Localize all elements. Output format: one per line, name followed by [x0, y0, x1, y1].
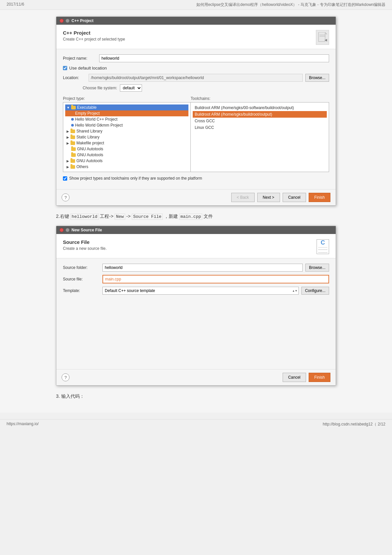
checkbox-bottom-row[interactable]: Show project types and toolchains only i… — [63, 176, 329, 181]
dialog1-title: C++ Project — [71, 18, 94, 23]
tree-executable[interactable]: ▼ Executable — [65, 104, 188, 110]
cancel-button-2[interactable]: Cancel — [283, 373, 306, 382]
header-date: 2017/11/6 — [7, 2, 24, 8]
footer-left-1: ? — [62, 193, 70, 201]
footer-left: https://maxiang.io/ — [7, 422, 39, 427]
header-title: 如何用eclipse交叉编译出demo程序（helloworld/videoX）… — [196, 2, 385, 8]
footer-right: http://blog.csdn.net/abedg12（ 2/12 — [323, 422, 385, 427]
dialog1-header-icon — [316, 30, 329, 45]
tree-hello-world-gtkmm[interactable]: Hello World Gtkmm Project — [65, 122, 188, 128]
filesystem-label: Choose file system: — [83, 86, 117, 90]
dialog1-header-left: C++ Project Create C++ project of select… — [63, 30, 125, 42]
bullet-hello-world-gtkmm — [71, 124, 74, 127]
tree-makefile[interactable]: ▶ Makefile project — [65, 140, 188, 146]
dialog1-subheading: Create C++ project of selected type — [63, 37, 125, 42]
annotation-code3: Source File — [132, 214, 163, 220]
tree-item-label: Hello World Gtkmm Project — [75, 123, 123, 128]
toolchain-buildroot-arm-2[interactable]: Buildroot ARM (/home/sgks/buildroot/outp… — [193, 111, 327, 118]
annotation-code4: main.cpp — [179, 214, 202, 220]
source-file-label: Source file: — [63, 277, 102, 281]
project-name-label: Project name: — [63, 56, 99, 61]
tree-item-label: GNU Autotools — [77, 153, 103, 157]
tree-item-label: Hello World C++ Project — [75, 117, 118, 122]
bullet-hello-world-cpp — [71, 118, 74, 121]
tree-empty-project[interactable]: Empty Project — [65, 110, 188, 116]
tree-static-lib[interactable]: ▶ Static Library — [65, 134, 188, 140]
template-row: Template: Default C++ source template ▲▼… — [63, 287, 329, 295]
project-type-label: Project type: — [63, 96, 191, 101]
expand-arrow-shared: ▶ — [67, 130, 69, 133]
folder-icon-executable — [71, 106, 76, 109]
help-button-1[interactable]: ? — [62, 193, 70, 201]
help-button-2[interactable]: ? — [62, 373, 70, 381]
dialog2-spacer — [63, 298, 329, 364]
template-select[interactable]: Default C++ source template — [102, 287, 299, 295]
expand-arrow-others: ▶ — [67, 165, 69, 169]
dialog2-header-left: Source File Create a new source file. — [63, 239, 107, 251]
source-folder-label: Source folder: — [63, 265, 102, 270]
footer-left-2: ? — [62, 373, 70, 381]
browse-button-2[interactable]: Browse... — [305, 264, 329, 272]
back-button-1[interactable]: < Back — [231, 193, 255, 202]
tree-item-label: Others — [76, 164, 88, 169]
expand-arrow-executable: ▼ — [67, 106, 70, 109]
close-button-2[interactable] — [60, 228, 64, 232]
page-footer: https://maxiang.io/ http://blog.csdn.net… — [0, 419, 392, 429]
project-type-panel: ▼ Executable Empty Project Hello World C… — [63, 102, 191, 172]
use-default-row[interactable]: Use default location — [63, 66, 329, 71]
expand-arrow-static: ▶ — [67, 135, 69, 139]
dialog1-header: C++ Project Create C++ project of select… — [56, 25, 336, 49]
project-name-row: Project name: — [63, 54, 329, 62]
show-supported-checkbox[interactable] — [63, 176, 67, 181]
dialog1-body: Project name: Use default location Locat… — [56, 49, 336, 189]
next-button-1[interactable]: Next > — [257, 193, 280, 202]
close-button[interactable] — [60, 19, 64, 23]
tree-gnu-autotools-2[interactable]: GNU Autotools — [65, 152, 188, 158]
location-input[interactable] — [89, 74, 303, 82]
tree-hello-world-cpp[interactable]: Hello World C++ Project — [65, 116, 188, 122]
configure-button[interactable]: Configure... — [301, 287, 329, 295]
dialog1-heading: C++ Project — [63, 30, 125, 36]
dialog2-title: New Source File — [71, 228, 102, 232]
finish-button-2[interactable]: Finish — [309, 373, 330, 382]
tree-item-label: GNU Autotools — [77, 147, 103, 151]
cancel-button-1[interactable]: Cancel — [283, 193, 306, 202]
folder-icon-shared — [70, 130, 75, 133]
dialog1-footer: ? < Back Next > Cancel Finish — [56, 189, 336, 205]
dialog1-titlebar: C++ Project — [56, 17, 336, 25]
tree-gnu-autotools-1[interactable]: GNU Autotools — [65, 146, 188, 152]
expand-arrow-makefile: ▶ — [67, 141, 69, 145]
annotation-text: 2.右键 helloworld 工程-> New -> Source File … — [56, 212, 336, 220]
finish-button-1[interactable]: Finish — [309, 193, 330, 202]
footer-right-1: < Back Next > Cancel Finish — [231, 193, 330, 202]
tree-item-label: Executable — [77, 105, 97, 110]
use-default-checkbox[interactable] — [63, 66, 67, 70]
tree-shared-lib[interactable]: ▶ Shared Library — [65, 128, 188, 134]
footer-right-2: Cancel Finish — [283, 373, 330, 382]
tree-item-label: Makefile project — [76, 141, 104, 145]
toolchain-cross-gcc[interactable]: Cross GCC — [193, 118, 327, 124]
source-file-row: Source file: — [63, 275, 329, 283]
bullet-empty-project — [71, 112, 74, 115]
new-source-file-dialog: New Source File Source File Create a new… — [56, 226, 336, 386]
tree-gnu-autotools-3[interactable]: ▶ GNU Autotools — [65, 158, 188, 164]
tree-others[interactable]: ▶ Others — [65, 164, 188, 170]
minimize-button-2[interactable] — [66, 228, 70, 232]
folder-icon-static — [70, 135, 75, 139]
svg-rect-0 — [319, 32, 325, 42]
project-name-input[interactable] — [99, 54, 329, 62]
filesystem-select[interactable]: default — [120, 84, 142, 92]
source-file-input[interactable] — [102, 275, 329, 283]
dialog2-header: Source File Create a new source file. C … — [56, 234, 336, 258]
dialog2-subheading: Create a new source file. — [63, 246, 107, 251]
tree-item-label: Static Library — [76, 135, 99, 139]
toolchains-panel: Buildroot ARM (/home/sgks/00-software/bu… — [191, 102, 329, 172]
toolchain-linux-gcc[interactable]: Linux GCC — [193, 124, 327, 131]
browse-button-1[interactable]: Browse... — [305, 74, 329, 82]
show-supported-label: Show project types and toolchains only i… — [69, 176, 202, 181]
source-folder-input[interactable] — [102, 264, 303, 272]
minimize-button[interactable] — [66, 19, 70, 23]
toolchain-buildroot-arm-1[interactable]: Buildroot ARM (/home/sgks/00-software/bu… — [193, 104, 327, 111]
folder-icon-makefile — [70, 141, 75, 145]
page-content: C++ Project C++ Project Create C++ proje… — [0, 10, 392, 413]
